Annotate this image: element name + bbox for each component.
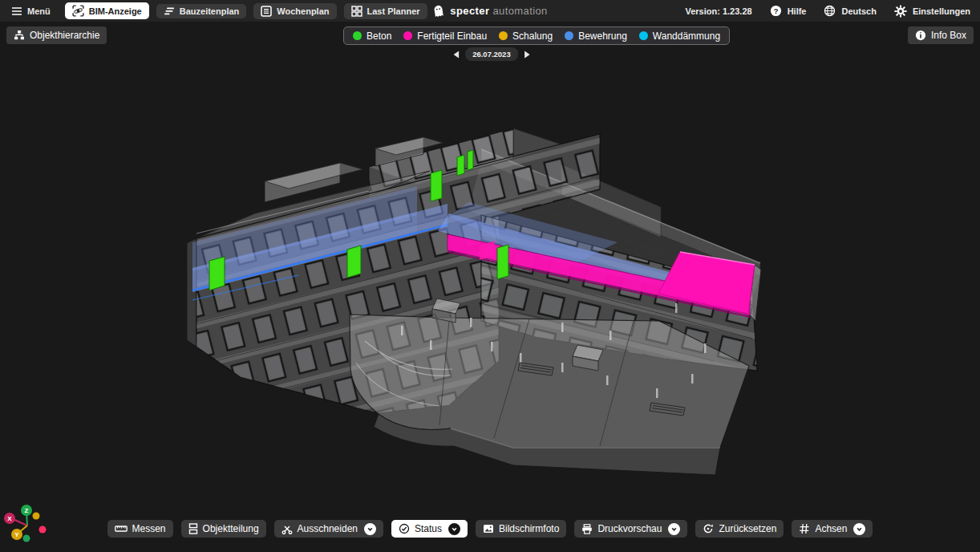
main-menu-button[interactable]: Menü [10, 4, 58, 18]
tab-label: Wochenplan [277, 6, 329, 16]
next-day-button[interactable] [524, 51, 530, 59]
arrow-right-icon [524, 51, 530, 59]
globe-icon [824, 5, 836, 17]
status-dropdown-button[interactable] [448, 523, 460, 535]
svg-text:?: ? [773, 7, 778, 15]
chevron-down-icon [366, 525, 375, 534]
tab-label: Bauzeitenplan [180, 6, 240, 16]
object-split-button[interactable]: Objektteilung [181, 520, 266, 538]
help-button[interactable]: ? Hilfe [770, 5, 807, 17]
tab-wochenplan[interactable]: Wochenplan [253, 3, 336, 19]
legend-item-fertigteil: Fertigteil Einbau [403, 30, 487, 42]
tab-bauzeitenplan[interactable]: Bauzeitenplan [156, 4, 247, 18]
button-label: Bildschirmfoto [499, 523, 559, 534]
scissors-icon [281, 523, 293, 534]
status-button[interactable]: Status [391, 520, 468, 538]
fertigteil-color-dot [403, 31, 412, 40]
help-label: Hilfe [788, 6, 807, 16]
tab-last-planner[interactable]: Last Planner [344, 3, 427, 19]
brand-suffix: automation [492, 5, 547, 17]
menu-label: Menü [27, 6, 51, 16]
ghost-icon [432, 4, 444, 18]
tab-label: BIM-Anzeige [89, 6, 142, 16]
button-label: Druckvorschau [597, 523, 662, 534]
gizmo-z-label: Z [25, 507, 29, 514]
building-model [187, 128, 761, 475]
legend-label: Bewehrung [578, 30, 627, 42]
week-plan-icon [261, 6, 272, 17]
bim-view-icon [72, 5, 84, 17]
legend-label: Fertigteil Einbau [417, 30, 487, 42]
legend-item-bewehrung: Bewehrung [565, 30, 627, 42]
cut-button[interactable]: Ausschneiden [274, 520, 383, 538]
date-navigation: 26.07.2023 [453, 47, 530, 61]
version-text: Version: 1.23.28 [685, 6, 751, 16]
arrow-left-icon [453, 51, 460, 59]
axes-grid-icon [799, 523, 810, 534]
top-bar: Menü BIM-Anzeige Bauzeitenplan Wochenpla… [0, 0, 980, 22]
info-box-label: Info Box [931, 30, 966, 41]
bim-viewport-canvas[interactable] [0, 22, 980, 552]
chevron-down-icon [670, 525, 678, 534]
chevron-down-icon [855, 525, 864, 534]
bottom-toolbar: Messen Objektteilung Ausschneiden Status [0, 520, 980, 538]
button-label: Achsen [815, 523, 847, 534]
legend-item-beton: Beton [353, 30, 391, 42]
printer-icon [581, 524, 593, 534]
language-button[interactable]: Deutsch [824, 5, 876, 17]
hierarchy-icon [14, 30, 25, 41]
screenshot-icon [483, 524, 494, 534]
print-preview-dropdown-button[interactable] [668, 523, 680, 535]
legend-label: Beton [366, 30, 391, 42]
screenshot-button[interactable]: Bildschirmfoto [476, 520, 566, 538]
button-label: Messen [132, 523, 166, 534]
gantt-icon [164, 6, 175, 16]
info-box-button[interactable]: Info Box [908, 26, 974, 44]
object-hierarchy-label: Objekthierarchie [30, 30, 99, 41]
status-check-icon [399, 523, 410, 534]
help-icon: ? [770, 5, 782, 17]
previous-day-button[interactable] [453, 51, 460, 59]
gear-icon [894, 5, 907, 18]
print-preview-button[interactable]: Druckvorschau [574, 520, 687, 538]
tab-bim-anzeige[interactable]: BIM-Anzeige [65, 2, 149, 19]
button-label: Objektteilung [203, 523, 259, 534]
info-icon [915, 30, 926, 41]
bewehrung-color-dot [565, 31, 573, 40]
language-label: Deutsch [841, 6, 876, 16]
legend-item-wanddaemmung: Wanddämmung [639, 30, 720, 42]
reset-icon [703, 523, 714, 534]
reset-button[interactable]: Zurücksetzen [695, 520, 784, 538]
chevron-down-icon [450, 525, 459, 534]
status-legend: Beton Fertigteil Einbau Schalung Bewehru… [343, 26, 730, 45]
brand-logo: specter automation [432, 0, 547, 22]
hamburger-icon [11, 6, 22, 16]
cut-dropdown-button[interactable] [364, 523, 376, 535]
axes-dropdown-button[interactable] [853, 523, 865, 535]
tab-label: Last Planner [367, 6, 420, 16]
settings-button[interactable]: Einstellungen [894, 5, 970, 18]
wanddaemmung-color-dot [639, 31, 648, 40]
measure-button[interactable]: Messen [107, 520, 173, 538]
current-date[interactable]: 26.07.2023 [465, 47, 518, 61]
button-label: Zurücksetzen [719, 523, 776, 534]
ruler-icon [115, 525, 128, 533]
axes-button[interactable]: Achsen [792, 520, 873, 538]
button-label: Ausschneiden [298, 523, 358, 534]
schalung-color-dot [499, 31, 508, 40]
legend-label: Schalung [512, 30, 553, 42]
legend-label: Wanddämmung [653, 30, 720, 42]
legend-item-schalung: Schalung [499, 30, 553, 42]
settings-label: Einstellungen [913, 6, 970, 16]
brand-name: specter [450, 5, 489, 17]
object-hierarchy-button[interactable]: Objekthierarchie [6, 26, 107, 44]
split-object-icon [188, 523, 198, 534]
button-label: Status [415, 523, 442, 534]
beton-color-dot [353, 31, 362, 40]
grid-icon [351, 6, 362, 17]
